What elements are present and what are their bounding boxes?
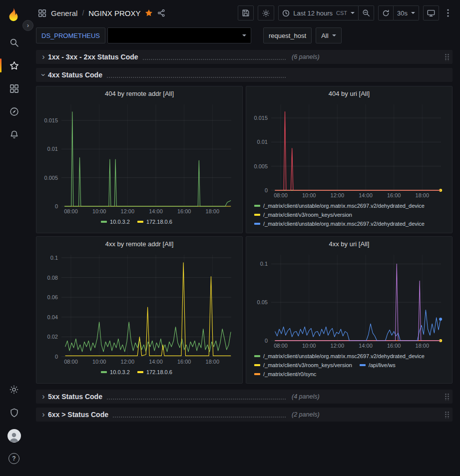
row-5xx-status-code[interactable]: › 5xx Status Code (4 panels) <box>36 390 453 404</box>
tv-icon <box>427 9 435 17</box>
svg-text:12:00: 12:00 <box>331 343 345 349</box>
refresh-icon <box>382 9 390 17</box>
chevron-right-icon: › <box>39 53 48 61</box>
caret-down-icon <box>242 34 246 36</box>
svg-text:0: 0 <box>55 354 58 360</box>
row-panel-count: (4 panels) <box>292 393 320 400</box>
row-1xx-3xx-2xx-status-code[interactable]: › 1xx - 3xx - 2xx Status Code (6 panels) <box>36 50 453 64</box>
svg-text:16:00: 16:00 <box>387 343 401 349</box>
time-range-picker[interactable]: Last 12 hours CST <box>278 5 359 20</box>
person-icon <box>8 431 20 443</box>
share-icon[interactable] <box>157 9 165 17</box>
svg-text:10:00: 10:00 <box>92 208 106 214</box>
chart-legend: 10.0.3.2172.18.0.6 <box>39 367 239 377</box>
time-series-chart[interactable]: 00.0050.010.01508:0010:0012:0014:0016:00… <box>249 100 449 200</box>
search-icon <box>9 38 19 47</box>
panel-title[interactable]: 404 by uri [All] <box>246 86 452 100</box>
apps-icon <box>38 9 46 17</box>
sidebar-item-alerting[interactable] <box>0 123 28 146</box>
legend-item[interactable]: /_matrix/client/unstable/org.matrix.msc2… <box>254 219 425 228</box>
svg-text:14:00: 14:00 <box>359 343 373 349</box>
variable-datasource-label[interactable]: DS_PROMETHEUS <box>36 27 105 43</box>
app-window: › <box>0 0 460 476</box>
variable-request-host: request_host All <box>263 27 342 43</box>
panel-404-by-remote-addr: 404 by remote addr [All] 00.0050.010.015… <box>36 86 243 233</box>
row-title: 1xx - 3xx - 2xx Status Code <box>48 52 138 61</box>
variable-request-host-value-dropdown[interactable]: All <box>316 27 341 43</box>
variable-request-host-value: All <box>321 32 328 39</box>
variable-datasource-value-dropdown[interactable] <box>107 27 251 43</box>
panel-4xx-by-remote-addr: 4xx by remote addr [All] 00.020.040.060.… <box>36 236 243 384</box>
sidebar-item-preferences[interactable] <box>0 378 28 401</box>
legend-item[interactable]: /sw.js <box>360 228 382 230</box>
legend-item[interactable]: /_matrix/client/r0/sync <box>254 370 316 379</box>
legend-item[interactable]: 10.0.3.2 <box>101 217 130 226</box>
row-dots <box>107 77 286 78</box>
gear-icon <box>262 9 270 17</box>
drag-handle-icon[interactable] <box>445 393 450 401</box>
chart-legend: /_matrix/client/unstable/org.matrix.msc2… <box>249 200 449 230</box>
legend-item[interactable]: 172.18.0.6 <box>137 217 172 226</box>
panel-title[interactable]: 4xx by remote addr [All] <box>36 237 242 251</box>
tv-mode-button[interactable] <box>423 5 439 20</box>
time-series-chart[interactable]: 00.050.108:0010:0012:0014:0016:0018:00 <box>249 251 449 351</box>
svg-text:0.02: 0.02 <box>47 334 58 340</box>
panel-title[interactable]: 404 by remote addr [All] <box>36 86 242 100</box>
save-dashboard-button[interactable] <box>238 5 254 20</box>
sidebar-item-server-admin[interactable] <box>0 401 28 424</box>
svg-text:18:00: 18:00 <box>416 192 430 198</box>
refresh-interval-picker[interactable]: 30s <box>394 5 419 20</box>
row-4xx-status-code[interactable]: › 4xx Status Code <box>36 68 453 82</box>
chart-legend: /_matrix/client/unstable/org.matrix.msc2… <box>249 351 449 380</box>
sidebar-item-dashboards[interactable] <box>0 77 28 100</box>
sidebar-item-profile[interactable] <box>0 424 28 447</box>
clock-icon <box>282 9 290 17</box>
legend-item[interactable]: /api/live/ws <box>360 361 396 370</box>
sidebar-item-search[interactable] <box>0 31 28 54</box>
row-title: 5xx Status Code <box>48 392 102 401</box>
breadcrumb-page-title[interactable]: NGINX PROXY <box>88 9 140 17</box>
svg-text:0.015: 0.015 <box>44 117 58 123</box>
svg-text:08:00: 08:00 <box>274 192 288 198</box>
svg-text:08:00: 08:00 <box>64 208 78 214</box>
drag-handle-icon[interactable] <box>445 411 450 419</box>
legend-item[interactable]: 172.18.0.6 <box>137 368 172 377</box>
legend-item[interactable]: /_matrix/client/v3/room_keys/version <box>254 228 352 230</box>
svg-text:0.005: 0.005 <box>44 175 58 181</box>
shield-icon <box>9 408 19 418</box>
legend-item[interactable]: /_matrix/client/v3/room_keys/version <box>254 210 352 219</box>
zoom-out-button[interactable] <box>359 5 374 20</box>
svg-text:08:00: 08:00 <box>274 343 288 349</box>
time-series-chart[interactable]: 00.020.040.060.080.108:0010:0012:0014:00… <box>39 251 239 367</box>
svg-text:0.01: 0.01 <box>47 146 58 152</box>
time-series-chart[interactable]: 00.0050.010.01508:0010:0012:0014:0016:00… <box>39 100 239 216</box>
chart-legend: 10.0.3.2172.18.0.6 <box>39 216 239 226</box>
svg-text:10:00: 10:00 <box>92 359 106 365</box>
row-6xx-status-code[interactable]: › 6xx > Status Code (2 panels) <box>36 408 453 422</box>
grafana-logo[interactable] <box>6 7 22 23</box>
breadcrumb-section[interactable]: General <box>51 9 77 17</box>
legend-item[interactable]: /_matrix/client/v3/room_keys/version <box>254 361 352 370</box>
compass-icon <box>9 107 19 116</box>
drag-handle-icon[interactable] <box>445 53 450 61</box>
kebab-menu-button[interactable] <box>443 5 453 20</box>
svg-text:0: 0 <box>265 338 268 344</box>
legend-item[interactable]: /_matrix/client/unstable/org.matrix.msc2… <box>254 201 425 210</box>
dashboard-settings-button[interactable] <box>258 5 274 20</box>
row-dots <box>107 399 286 400</box>
sidebar-item-help[interactable]: ? <box>0 447 28 470</box>
legend-item[interactable]: 10.0.3.2 <box>101 368 130 377</box>
legend-item[interactable]: /_matrix/client/unstable/org.matrix.msc2… <box>254 379 425 380</box>
sidebar-expand-button[interactable]: › <box>22 20 33 31</box>
refresh-button[interactable] <box>378 5 394 20</box>
svg-text:0.05: 0.05 <box>257 299 268 305</box>
chevron-right-icon: › <box>39 411 48 419</box>
star-icon <box>9 61 19 70</box>
zoom-out-icon <box>362 9 370 17</box>
favorite-star-icon[interactable] <box>145 9 153 17</box>
help-icon: ? <box>8 453 19 464</box>
sidebar-item-explore[interactable] <box>0 100 28 123</box>
panel-title[interactable]: 4xx by uri [All] <box>246 237 452 251</box>
legend-item[interactable]: /_matrix/client/unstable/org.matrix.msc2… <box>254 352 425 361</box>
sidebar-item-starred[interactable] <box>0 54 28 77</box>
